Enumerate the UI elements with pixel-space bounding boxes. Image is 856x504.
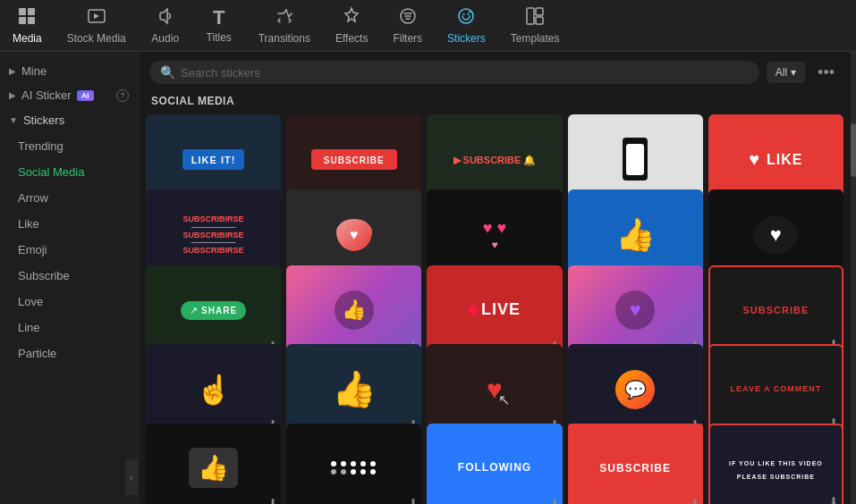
stickers-collapse-icon: ▼ bbox=[9, 115, 18, 125]
search-input[interactable] bbox=[181, 66, 749, 80]
nav-audio-label: Audio bbox=[151, 32, 179, 45]
heart-3d-icon: ♥ bbox=[350, 227, 359, 243]
dot-2 bbox=[341, 461, 346, 466]
nav-effects[interactable]: Effects bbox=[323, 0, 380, 51]
sticker-cell-11[interactable]: ↗ SHARE ⬇ bbox=[146, 265, 281, 356]
transitions-icon bbox=[275, 6, 294, 29]
nav-transitions[interactable]: Transitions bbox=[246, 0, 323, 51]
ai-sticker-label: AI Sticker bbox=[21, 88, 72, 102]
nav-filters[interactable]: Filters bbox=[380, 0, 435, 51]
sticker-label-25: IF YOU LIKE THIS VIDEOPLEASE SUBSCRIBE bbox=[729, 460, 823, 480]
sidebar-item-love[interactable]: Love bbox=[0, 289, 138, 315]
click-hand-icon-16: ☝ bbox=[196, 373, 232, 407]
sticker-label-24: SUBSCRIBE bbox=[599, 462, 671, 475]
sticker-cell-21[interactable]: 👍 ⬇ bbox=[146, 424, 281, 504]
nav-titles-label: Titles bbox=[207, 31, 232, 44]
top-navigation: Media Stock Media Audio T Titles bbox=[0, 0, 856, 52]
social-media-label: Social Media bbox=[18, 165, 84, 179]
live-dot-icon bbox=[469, 306, 478, 315]
trending-label: Trending bbox=[18, 139, 64, 153]
sidebar-item-social-media[interactable]: Social Media bbox=[0, 159, 138, 185]
svg-point-7 bbox=[463, 13, 465, 15]
content-area: 🔍 All ▾ ••• SOCIAL MEDIA LIKE IT! ⬇ bbox=[139, 52, 851, 504]
sticker-cell-24[interactable]: SUBSCRIBE ⬇ bbox=[568, 424, 703, 504]
sidebar-item-subscribe[interactable]: Subscribe bbox=[0, 263, 138, 289]
sidebar: ▶ Mine ▶ AI Sticker AI ? ▼ Stickers Tren… bbox=[0, 52, 139, 504]
scrollbar-track[interactable] bbox=[851, 52, 856, 504]
help-icon[interactable]: ? bbox=[116, 89, 129, 102]
sticker-cell-25[interactable]: IF YOU LIKE THIS VIDEOPLEASE SUBSCRIBE ⬇ bbox=[708, 424, 843, 504]
sidebar-section-ai-sticker[interactable]: ▶ AI Sticker AI ? bbox=[0, 83, 138, 107]
sticker-cell-15[interactable]: SUBSCRIBE ⬇ bbox=[708, 265, 843, 356]
sticker-cell-16[interactable]: ☝ ⬇ bbox=[146, 344, 281, 434]
sticker-cell-20[interactable]: LEAVE A COMMENT ⬇ bbox=[708, 344, 843, 434]
sticker-cell-13[interactable]: LIVE ⬇ bbox=[427, 265, 562, 356]
sidebar-section-stickers[interactable]: ▼ Stickers bbox=[0, 107, 138, 133]
svg-rect-1 bbox=[28, 8, 35, 15]
sticker-cell-12[interactable]: 👍 ⬇ bbox=[286, 265, 421, 356]
sidebar-section-mine[interactable]: ▶ Mine bbox=[0, 59, 138, 83]
sticker-label-1: LIKE IT! bbox=[191, 155, 236, 165]
nav-media-label: Media bbox=[13, 32, 42, 45]
share-arrow-icon: ↗ bbox=[190, 305, 198, 316]
nav-stickers[interactable]: Stickers bbox=[435, 0, 498, 51]
sidebar-collapse-button[interactable]: ‹ bbox=[125, 459, 138, 495]
nav-audio[interactable]: Audio bbox=[139, 0, 192, 51]
download-icon-23[interactable]: ⬇ bbox=[550, 497, 559, 504]
download-icon-22[interactable]: ⬇ bbox=[409, 497, 418, 504]
sticker-label-3: ▶ SUBSCRIBE 🔔 bbox=[453, 155, 537, 165]
filter-label: All bbox=[775, 66, 787, 79]
stock-media-icon bbox=[87, 6, 106, 29]
search-input-wrap[interactable]: 🔍 bbox=[149, 61, 759, 84]
download-icon-21[interactable]: ⬇ bbox=[268, 497, 277, 504]
comment-icon-19: 💬 bbox=[624, 379, 647, 400]
subscribe-label: Subscribe bbox=[18, 269, 70, 282]
nav-stock-media[interactable]: Stock Media bbox=[55, 0, 139, 51]
templates-icon bbox=[525, 6, 545, 29]
effects-icon bbox=[342, 6, 361, 29]
sidebar-item-emoji[interactable]: Emoji bbox=[0, 237, 138, 263]
ai-sticker-arrow-icon: ▶ bbox=[9, 90, 16, 100]
dot-6 bbox=[331, 469, 336, 475]
nav-stickers-label: Stickers bbox=[447, 32, 486, 45]
scrollbar-thumb[interactable] bbox=[851, 123, 856, 177]
svg-rect-0 bbox=[19, 8, 26, 15]
sticker-cell-18[interactable]: ♥ ↖ ⬇ bbox=[427, 344, 562, 434]
mine-arrow-icon: ▶ bbox=[9, 66, 16, 76]
mine-label: Mine bbox=[21, 64, 47, 78]
filter-button[interactable]: All ▾ bbox=[767, 62, 805, 83]
dot-9 bbox=[360, 469, 366, 475]
nav-templates[interactable]: Templates bbox=[498, 0, 572, 51]
dot-5 bbox=[370, 461, 376, 466]
download-icon-24[interactable]: ⬇ bbox=[691, 497, 699, 504]
nav-media[interactable]: Media bbox=[0, 0, 55, 51]
sidebar-item-line[interactable]: Line bbox=[0, 315, 138, 340]
sticker-label-15: SUBSCRIBE bbox=[742, 305, 809, 315]
download-icon-25[interactable]: ⬇ bbox=[829, 495, 838, 504]
sticker-cell-23[interactable]: FOLLOWING ⬇ bbox=[427, 424, 562, 504]
sidebar-item-particle[interactable]: Particle bbox=[0, 340, 138, 366]
cursor-icon-18: ↖ bbox=[498, 391, 510, 408]
arrow-label: Arrow bbox=[18, 191, 48, 205]
sticker-label-6a: SUBSCRIBIRSE bbox=[183, 214, 244, 223]
search-bar: 🔍 All ▾ ••• bbox=[139, 52, 851, 89]
audio-icon bbox=[156, 6, 175, 29]
sticker-cell-14[interactable]: ♥ ⬇ bbox=[568, 265, 703, 356]
nav-filters-label: Filters bbox=[393, 32, 422, 45]
sidebar-item-like[interactable]: Like bbox=[0, 211, 138, 237]
section-title: SOCIAL MEDIA bbox=[139, 89, 851, 114]
sidebar-item-trending[interactable]: Trending bbox=[0, 133, 138, 159]
dot-10 bbox=[370, 469, 376, 475]
svg-rect-9 bbox=[527, 8, 534, 24]
sticker-cell-19[interactable]: 💬 ⬇ bbox=[568, 344, 703, 434]
svg-rect-11 bbox=[536, 17, 543, 24]
particle-label: Particle bbox=[18, 347, 56, 360]
stickers-group-label: Stickers bbox=[23, 113, 64, 127]
nav-titles[interactable]: T Titles bbox=[192, 0, 246, 51]
sticker-cell-22[interactable]: ⬇ bbox=[286, 424, 421, 504]
sticker-cell-17[interactable]: 👍 ⬇ bbox=[286, 344, 421, 434]
nav-transitions-label: Transitions bbox=[258, 32, 310, 45]
media-icon bbox=[17, 6, 37, 29]
more-options-button[interactable]: ••• bbox=[812, 62, 840, 84]
sidebar-item-arrow[interactable]: Arrow bbox=[0, 185, 138, 211]
